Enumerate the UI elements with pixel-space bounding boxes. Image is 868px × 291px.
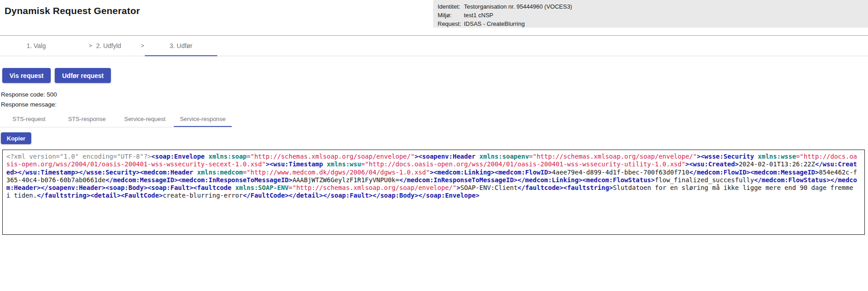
tab-sts-response[interactable]: STS-response	[58, 111, 116, 127]
actions-bar: Vis request Udfør request	[2, 68, 868, 83]
identity-row: Identitet: Testorganisation nr. 95444960…	[438, 2, 864, 11]
environment-row: Miljø: test1 cNSP	[438, 11, 864, 19]
step-udfor[interactable]: 3. Udfør	[145, 36, 217, 56]
step-separator: >	[89, 36, 92, 56]
request-value: IDSAS - CreateBlurring	[464, 19, 864, 28]
response-message-line: Response message:	[1, 100, 868, 110]
identity-label: Identitet:	[438, 2, 464, 11]
tab-service-response[interactable]: Service-response	[174, 111, 232, 127]
tab-service-request[interactable]: Service-request	[116, 111, 174, 127]
app-header: Dynamisk Request Generator Identitet: Te…	[0, 0, 868, 36]
step-valg[interactable]: 1. Valg	[0, 36, 72, 56]
kopier-button[interactable]: Kopier	[1, 132, 31, 144]
request-label: Request:	[438, 19, 464, 28]
vis-request-button[interactable]: Vis request	[2, 68, 51, 83]
environment-value: test1 cNSP	[464, 11, 864, 19]
response-message-label: Response message:	[1, 101, 57, 108]
response-status: Response code: 500 Response message:	[1, 90, 868, 110]
xml-response-box[interactable]: <?xml version="1.0" encoding="UTF-8"?><s…	[2, 150, 865, 235]
response-code-line: Response code: 500	[1, 90, 868, 100]
tab-sts-request[interactable]: STS-request	[0, 111, 58, 127]
request-row: Request: IDSAS - CreateBlurring	[438, 19, 864, 28]
stepper: 1. Valg 2. Udfyld 3. Udfør > >	[0, 36, 868, 56]
page-root: Dynamisk Request Generator Identitet: Te…	[0, 0, 868, 235]
step-separator: >	[141, 36, 144, 56]
response-code-label: Response code:	[1, 91, 45, 98]
environment-label: Miljø:	[438, 11, 464, 19]
identity-panel: Identitet: Testorganisation nr. 95444960…	[433, 0, 868, 28]
udfor-request-button[interactable]: Udfør request	[55, 68, 111, 83]
step-udfyld[interactable]: 2. Udfyld	[72, 36, 145, 56]
response-code-value: 500	[47, 91, 57, 98]
page-title: Dynamisk Request Generator	[5, 5, 140, 16]
identity-value: Testorganisation nr. 95444960 (VOCES3)	[464, 2, 864, 11]
message-tabs: STS-request STS-response Service-request…	[0, 111, 232, 127]
